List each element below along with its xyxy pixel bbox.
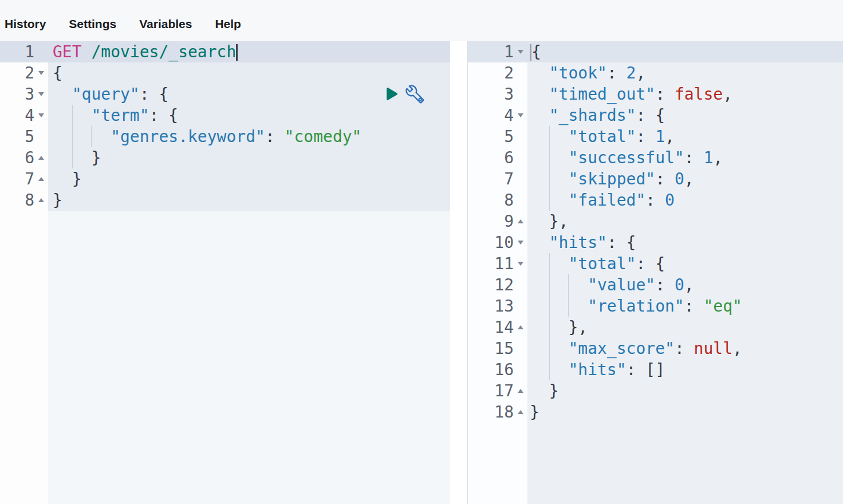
code-line-text[interactable]: } xyxy=(48,190,450,211)
fold-end-icon[interactable] xyxy=(38,156,44,160)
fold-collapse-icon[interactable] xyxy=(518,241,523,245)
token-key: "total" xyxy=(568,254,636,273)
pane-gap xyxy=(450,41,467,504)
code-line-text[interactable]: "took": 2, xyxy=(527,62,843,84)
token-plain xyxy=(530,381,549,400)
code-line-text[interactable]: } xyxy=(48,168,450,190)
token-key: "max_score" xyxy=(568,339,674,358)
fold-end-icon[interactable] xyxy=(38,198,44,202)
code-line-text[interactable]: GET /movies/_search xyxy=(48,41,450,62)
code-line-text[interactable]: { xyxy=(48,62,450,84)
line-number: 6 xyxy=(0,147,34,168)
fold-gutter xyxy=(514,168,527,190)
indent-guide xyxy=(549,317,550,338)
token-plain xyxy=(530,275,588,294)
code-line-text[interactable]: "relation": "eq" xyxy=(527,296,843,317)
line-number: 1 xyxy=(0,41,34,62)
token-plain xyxy=(530,233,549,252)
fold-collapse-icon[interactable] xyxy=(38,92,44,96)
code-line-text[interactable]: { xyxy=(527,41,843,62)
token-method: GET xyxy=(53,42,82,61)
code-line: 12 "value": 0, xyxy=(468,274,843,296)
code-line-text[interactable]: }, xyxy=(527,211,843,232)
code-line-text[interactable]: } xyxy=(48,147,450,168)
fold-gutter xyxy=(514,147,527,168)
line-number: 2 xyxy=(468,62,514,84)
code-line-text[interactable]: "value": 0, xyxy=(527,274,843,296)
fold-gutter xyxy=(514,62,527,84)
line-number: 7 xyxy=(468,168,514,190)
play-icon xyxy=(385,87,398,101)
token-key: "failed" xyxy=(568,191,645,210)
line-number: 9 xyxy=(468,211,514,232)
menu-item-help[interactable]: Help xyxy=(215,17,241,31)
token-key: "skipped" xyxy=(568,170,655,188)
fold-end-icon[interactable] xyxy=(518,389,523,393)
menu-item-history[interactable]: History xyxy=(5,17,46,31)
line-number: 1 xyxy=(468,41,514,62)
token-punct: : { xyxy=(636,106,665,125)
code-line-text[interactable]: "_shards": { xyxy=(527,105,843,126)
code-line-text[interactable]: "genres.keyword": "comedy" xyxy=(48,126,450,147)
fold-collapse-icon[interactable] xyxy=(38,71,44,75)
line-number: 5 xyxy=(0,126,34,147)
code-line-text[interactable]: "term": { xyxy=(48,105,450,126)
request-options-button[interactable] xyxy=(405,85,424,104)
token-punct: : { xyxy=(636,254,665,273)
code-line-text[interactable]: "skipped": 0, xyxy=(527,168,843,190)
code-line-text[interactable]: "total": { xyxy=(527,253,843,274)
fold-end-icon[interactable] xyxy=(38,177,44,181)
fold-end-icon[interactable] xyxy=(518,410,523,414)
line-number: 7 xyxy=(0,168,34,190)
menu-item-settings[interactable]: Settings xyxy=(69,17,116,31)
code-line-text[interactable]: } xyxy=(527,380,843,401)
token-punct: [] xyxy=(645,360,665,379)
code-line-text[interactable]: "failed": 0 xyxy=(527,190,843,211)
fold-end-icon[interactable] xyxy=(518,325,523,329)
indent-guide xyxy=(91,126,92,147)
token-key: "successful" xyxy=(568,148,684,167)
token-punct: }, xyxy=(549,212,569,231)
code-line: 6 "successful": 1, xyxy=(468,147,843,168)
fold-collapse-icon[interactable] xyxy=(38,113,44,117)
token-punct: , xyxy=(732,339,742,358)
line-number: 15 xyxy=(468,338,514,359)
code-line-text[interactable]: } xyxy=(527,401,843,423)
token-punct: : xyxy=(675,339,694,358)
line-number: 6 xyxy=(468,147,514,168)
indent-guide xyxy=(72,126,73,147)
text-cursor xyxy=(236,44,238,61)
token-punct: } xyxy=(53,191,62,210)
fold-gutter xyxy=(34,84,48,105)
fold-collapse-icon[interactable] xyxy=(518,113,523,117)
code-line-text[interactable]: "successful": 1, xyxy=(527,147,843,168)
code-line: 14 }, xyxy=(468,317,843,338)
code-line: 13 "relation": "eq" xyxy=(468,296,843,317)
token-key: "total" xyxy=(568,127,636,146)
menu-item-variables[interactable]: Variables xyxy=(139,17,192,31)
token-num: 0 xyxy=(665,191,675,210)
fold-gutter xyxy=(514,317,527,338)
fold-gutter xyxy=(514,401,527,423)
request-editor[interactable]: 1GET /movies/_search2{3 "query": {4 "ter… xyxy=(0,41,450,504)
response-viewer[interactable]: 1{2 "took": 2,3 "timed_out": false,4 "_s… xyxy=(468,41,843,504)
indent-guide xyxy=(549,126,550,147)
token-key: "_shards" xyxy=(549,106,636,125)
code-line-text[interactable]: "timed_out": false, xyxy=(527,84,843,105)
code-line-text[interactable]: }, xyxy=(527,317,843,338)
token-punct: , xyxy=(684,170,694,188)
code-line: 7 } xyxy=(0,168,450,190)
fold-end-icon[interactable] xyxy=(518,219,523,223)
send-request-button[interactable] xyxy=(385,87,398,101)
code-line-text[interactable]: "hits": { xyxy=(527,232,843,253)
fold-collapse-icon[interactable] xyxy=(518,50,523,54)
fold-gutter xyxy=(34,126,48,147)
token-key: "term" xyxy=(91,106,149,125)
token-key: "genres.keyword" xyxy=(111,127,265,146)
code-line-text[interactable]: "total": 1, xyxy=(527,126,843,147)
code-line-text[interactable]: "max_score": null, xyxy=(527,338,843,359)
code-line-text[interactable]: "hits": [] xyxy=(527,359,843,380)
indent-guide xyxy=(549,253,550,274)
fold-collapse-icon[interactable] xyxy=(518,262,523,266)
fold-gutter xyxy=(514,41,527,62)
